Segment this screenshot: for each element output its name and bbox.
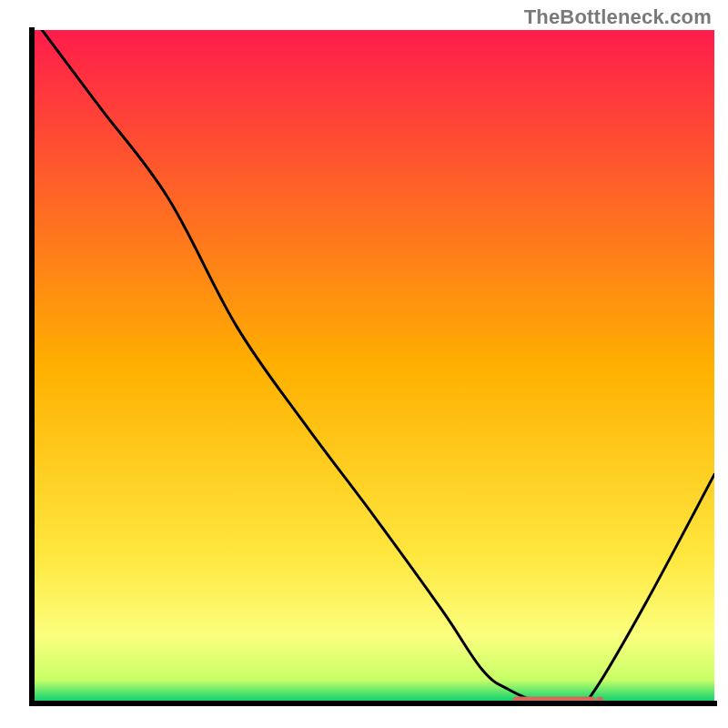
plot-area [32, 30, 714, 705]
gradient-background [32, 30, 714, 703]
attribution-label: TheBottleneck.com [524, 5, 712, 29]
chart-container: TheBottleneck.com [0, 0, 728, 728]
bottleneck-chart [0, 0, 728, 728]
